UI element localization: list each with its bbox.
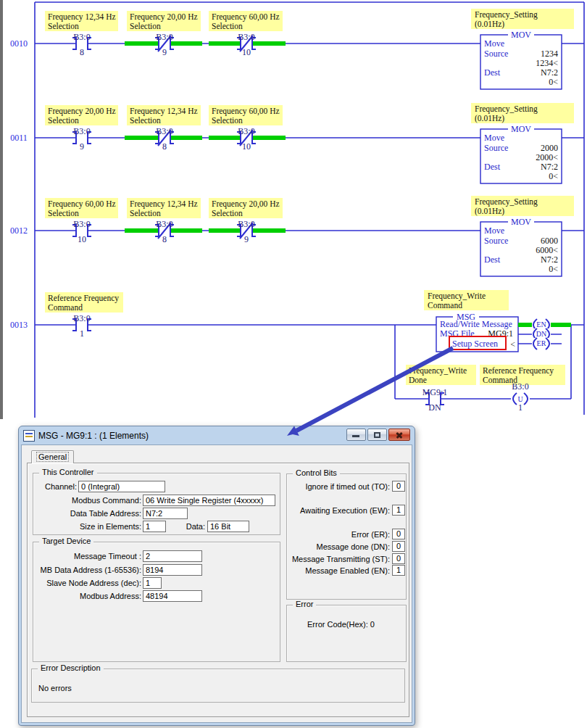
- svg-text:1: 1: [80, 328, 84, 339]
- close-button[interactable]: [388, 429, 410, 441]
- data-table-address-label: Data Table Address:: [28, 509, 141, 519]
- awaiting-execution-value[interactable]: 1: [392, 505, 405, 516]
- svg-text:Done: Done: [409, 376, 427, 384]
- modbus-command-field[interactable]: 06 Write Single Register (4xxxxx): [143, 495, 275, 506]
- dialog-titlebar[interactable]: MSG - MG9:1 : (1 Elements): [23, 429, 342, 443]
- svg-text:10: 10: [242, 141, 251, 152]
- group-legend: Error: [293, 600, 316, 608]
- svg-text:10: 10: [78, 234, 86, 244]
- svg-text:Frequency_Setting: Frequency_Setting: [475, 104, 538, 114]
- modbus-address-field[interactable]: 48194: [143, 590, 202, 602]
- mov-instruction[interactable]: MOV Move Source 6000 6000< Dest N7:2 0<: [480, 217, 562, 276]
- svg-text:0<: 0<: [549, 77, 558, 87]
- xic-contact[interactable]: B3:0 8: [72, 32, 91, 57]
- rung-number[interactable]: 0010: [10, 38, 28, 49]
- svg-text:Read/Write Message: Read/Write Message: [440, 319, 512, 329]
- svg-text:Frequency 60,00 Hz: Frequency 60,00 Hz: [212, 12, 280, 22]
- error-bit-value[interactable]: 0: [392, 529, 405, 539]
- svg-text:8: 8: [162, 234, 167, 244]
- minimize-icon: [352, 435, 359, 437]
- svg-text:Selection: Selection: [212, 209, 243, 218]
- svg-text:(0.01Hz): (0.01Hz): [475, 207, 504, 216]
- msg-instruction[interactable]: MSG Read/Write Message MSG File MG9:1 Se…: [436, 312, 518, 352]
- group-legend: Error Description: [38, 663, 104, 672]
- xic-contact[interactable]: MG9:1 DN: [422, 387, 448, 413]
- svg-text:MOV: MOV: [511, 30, 531, 40]
- mb-data-address-field[interactable]: 8194: [143, 564, 202, 576]
- slave-node-address-field[interactable]: 1: [143, 577, 162, 589]
- svg-text:DN: DN: [428, 402, 441, 413]
- size-in-elements-field[interactable]: 1: [143, 521, 166, 532]
- error-code-label: Error Code(Hex):: [307, 620, 368, 629]
- svg-text:Frequency 12,34 Hz: Frequency 12,34 Hz: [130, 199, 198, 209]
- svg-text:Selection: Selection: [212, 22, 243, 30]
- mov-instruction[interactable]: MOV Move Source 1234 1234< Dest N7:2 0<: [480, 30, 562, 89]
- left-panel-edge: [0, 0, 3, 419]
- svg-text:Command: Command: [428, 301, 462, 310]
- rung-0011: 0011 Frequency 20,00 Hz Selection Freque…: [10, 103, 584, 183]
- unlatch-coil[interactable]: U B3:0 1: [511, 381, 530, 413]
- svg-text:MOV: MOV: [511, 124, 531, 134]
- svg-text:Frequency_Write: Frequency_Write: [409, 366, 467, 376]
- rung-0010: 0010 Frequency 12,34 Hz Selection Freque…: [10, 9, 584, 89]
- svg-text:MG9:1: MG9:1: [422, 387, 448, 397]
- ignore-timed-out-value[interactable]: 0: [392, 481, 405, 492]
- svg-text:B3:0: B3:0: [73, 32, 90, 42]
- svg-text:Selection: Selection: [130, 209, 161, 218]
- tab-general[interactable]: General: [31, 450, 74, 463]
- modbus-address-label: Modbus Address:: [28, 592, 141, 602]
- svg-text:9: 9: [80, 141, 84, 152]
- svg-text:Source: Source: [484, 236, 508, 246]
- svg-text:Selection: Selection: [212, 116, 243, 125]
- xic-contact[interactable]: B3:0 9: [72, 126, 91, 152]
- setup-screen-link[interactable]: Setup Screen: [452, 339, 498, 349]
- error-group: Error: [286, 605, 407, 662]
- slave-node-address-label: Slave Node Address (dec):: [28, 579, 141, 589]
- svg-text:8: 8: [80, 47, 84, 57]
- svg-text:Move: Move: [484, 38, 504, 49]
- rung-0013: 0013 Reference Frequency Command Frequen…: [10, 290, 584, 413]
- svg-text:Selection: Selection: [130, 116, 161, 125]
- er-output-flag: ER: [532, 338, 551, 349]
- svg-text:Frequency_Setting: Frequency_Setting: [475, 10, 538, 20]
- message-done-value[interactable]: 0: [392, 541, 405, 552]
- rung-number[interactable]: 0013: [10, 320, 28, 330]
- svg-text:Frequency 20,00 Hz: Frequency 20,00 Hz: [130, 12, 198, 22]
- svg-text:B3:0: B3:0: [73, 313, 90, 323]
- svg-text:B3:0: B3:0: [156, 32, 172, 42]
- error-description-group: Error Description: [31, 669, 405, 703]
- channel-label: Channel:: [28, 482, 77, 492]
- svg-text:(0.01Hz): (0.01Hz): [475, 20, 504, 29]
- message-transmitting-label: Message Transmitting (ST):: [251, 555, 390, 565]
- rung-0012: 0012 Frequency 60,00 Hz Selection Freque…: [10, 196, 584, 276]
- error-code-value: 0: [370, 620, 375, 629]
- rung-number[interactable]: 0012: [10, 226, 28, 236]
- svg-text:Selection: Selection: [48, 116, 79, 125]
- svg-text:B3:0: B3:0: [238, 126, 254, 136]
- xic-contact[interactable]: B3:0 1: [72, 313, 91, 339]
- svg-text:6000: 6000: [541, 236, 558, 246]
- error-description-text: No errors: [38, 684, 72, 692]
- channel-field[interactable]: 0 (Integral): [78, 481, 165, 492]
- svg-text:N7:2: N7:2: [541, 255, 558, 265]
- rung-number[interactable]: 0011: [10, 133, 28, 143]
- svg-text:Frequency_Write: Frequency_Write: [428, 291, 486, 301]
- message-enabled-value[interactable]: 1: [392, 565, 405, 576]
- svg-text:Source: Source: [484, 143, 508, 153]
- modbus-command-label: Modbus Command:: [28, 496, 141, 506]
- data-field[interactable]: 16 Bit: [207, 521, 249, 532]
- message-timeout-label: Message Timeout :: [28, 552, 141, 562]
- msg-dialog-window: MSG - MG9:1 : (1 Elements) General This …: [18, 426, 415, 726]
- svg-text:2000: 2000: [541, 143, 558, 153]
- svg-text:N7:2: N7:2: [541, 67, 558, 78]
- minimize-button[interactable]: [346, 429, 366, 441]
- xic-contact[interactable]: B3:0 10: [72, 219, 91, 244]
- data-table-address-field[interactable]: N7:2: [143, 508, 188, 519]
- maximize-button[interactable]: [367, 429, 387, 441]
- mov-instruction[interactable]: MOV Move Source 2000 2000< Dest N7:2 0<: [480, 124, 562, 183]
- ladder-diagram: 0010 Frequency 12,34 Hz Selection Freque…: [0, 0, 587, 423]
- group-legend: This Controller: [39, 468, 97, 476]
- message-transmitting-value[interactable]: 0: [392, 553, 405, 564]
- message-timeout-field[interactable]: 2: [143, 550, 202, 562]
- svg-text:1: 1: [518, 402, 523, 413]
